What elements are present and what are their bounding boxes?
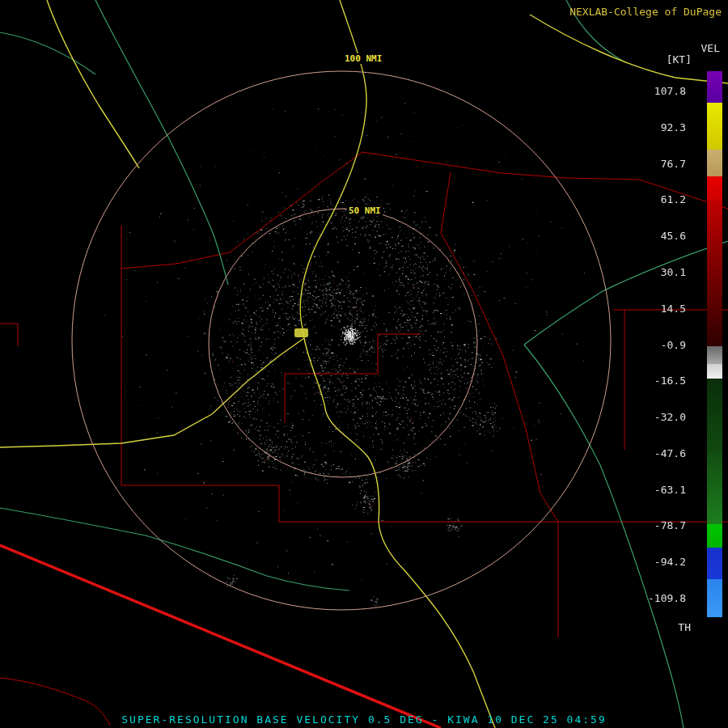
colorbar-tick: -47.6 (629, 447, 686, 459)
colorbar-segment (707, 176, 722, 200)
colorbar-segment (707, 524, 722, 548)
colorbar-units: [KT] (667, 53, 692, 66)
county-line (441, 172, 558, 522)
colorbar-tick: -0.9 (629, 339, 686, 351)
county-line (285, 334, 421, 423)
colorbar-segment (707, 364, 722, 379)
product-title: SUPER-RESOLUTION BASE VELOCITY 0.5 DEG -… (0, 713, 728, 726)
colorbar-segment (707, 71, 722, 103)
colorbar-tick: 107.8 (629, 85, 686, 97)
colorbar-tick: -109.8 (629, 592, 686, 604)
highway-line (530, 15, 728, 83)
range-ring-label-100: 100 NMI (343, 53, 383, 64)
colorbar-tick: 30.1 (629, 266, 686, 278)
range-ring-50nmi (209, 209, 477, 477)
colorbar-tick: -63.1 (629, 484, 686, 496)
colorbar-segment (707, 579, 722, 617)
state-border-line (0, 545, 441, 728)
county-line (0, 324, 18, 346)
river-line (0, 508, 349, 590)
colorbar-segment (707, 453, 722, 524)
colorbar-title: VEL (701, 42, 720, 54)
highway-junction (294, 328, 308, 337)
range-ring-label-50: 50 NMI (347, 205, 383, 216)
velocity-colorbar (707, 71, 722, 617)
colorbar-tick: 45.6 (629, 230, 686, 242)
river-line (524, 241, 728, 345)
site-credit: NEXLAB-College of DuPage (569, 6, 722, 18)
colorbar-tick: -78.7 (629, 519, 686, 531)
highway-line (0, 338, 304, 447)
colorbar-tick: -16.5 (629, 375, 686, 387)
colorbar-segment (707, 200, 722, 346)
colorbar-segment (707, 379, 722, 453)
colorbar-segment (707, 150, 722, 176)
radar-display: NEXLAB-College of DuPage VEL [KT] 107.89… (0, 0, 728, 728)
colorbar-segment (707, 346, 722, 364)
county-line (121, 152, 362, 269)
colorbar-tick: -94.2 (629, 556, 686, 568)
colorbar-threshold-label: TH (678, 621, 691, 633)
map-layer (0, 0, 728, 728)
colorbar-tick: 92.3 (629, 121, 686, 133)
colorbar-tick: 61.2 (629, 193, 686, 205)
colorbar-tick: -32.0 (629, 411, 686, 423)
rivers (0, 0, 728, 728)
river-line (95, 0, 228, 285)
colorbar-tick: 76.7 (629, 158, 686, 170)
highway-line (300, 0, 366, 338)
colorbar-segment (707, 103, 722, 150)
highway-line (47, 0, 139, 168)
colorbar-tick: 14.5 (629, 303, 686, 315)
colorbar-segment (707, 548, 722, 579)
county-boundaries (0, 152, 728, 726)
river-line (0, 32, 95, 74)
highways (0, 0, 728, 728)
